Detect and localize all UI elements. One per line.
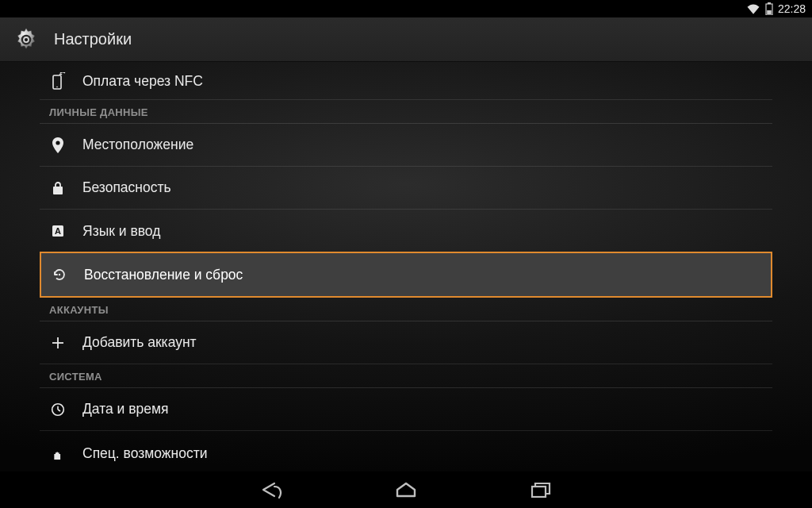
clock-icon <box>49 402 67 417</box>
status-bar: 22:28 <box>0 0 812 17</box>
section-accounts: АККАУНТЫ <box>40 298 772 321</box>
app-header: Настройки <box>0 17 812 62</box>
backup-reset-label: Восстановление и сброс <box>84 267 243 283</box>
svg-rect-9 <box>53 187 63 194</box>
settings-icon <box>13 26 40 53</box>
plus-icon <box>49 336 67 350</box>
location-item[interactable]: Местоположение <box>40 124 772 167</box>
accessibility-label: Спец. возможности <box>82 445 207 462</box>
language-label: Язык и ввод <box>82 223 160 240</box>
svg-line-17 <box>58 410 60 411</box>
add-account-item[interactable]: Добавить аккаунт <box>40 321 772 364</box>
svg-point-7 <box>56 86 58 87</box>
hand-icon <box>49 451 67 462</box>
add-account-label: Добавить аккаунт <box>82 334 197 351</box>
svg-text:A: A <box>55 226 61 236</box>
battery-icon <box>765 2 773 15</box>
header-title: Настройки <box>54 30 132 48</box>
datetime-label: Дата и время <box>82 401 169 418</box>
clock-label: 22:28 <box>778 2 806 15</box>
accessibility-item[interactable]: Спец. возможности <box>40 431 772 460</box>
backup-reset-item[interactable]: Восстановление и сброс <box>40 252 772 298</box>
back-button[interactable] <box>255 474 287 506</box>
recents-button[interactable] <box>525 474 557 506</box>
security-item[interactable]: Безопасность <box>40 167 772 210</box>
section-system: СИСТЕМА <box>40 364 772 388</box>
section-system-label: СИСТЕМА <box>49 371 102 383</box>
svg-point-5 <box>25 37 28 40</box>
section-accounts-label: АККАУНТЫ <box>49 304 109 316</box>
home-button[interactable] <box>390 474 422 506</box>
section-personal-label: ЛИЧНЫЕ ДАННЫЕ <box>49 106 148 118</box>
svg-point-8 <box>56 140 59 144</box>
nfc-icon <box>49 72 67 90</box>
restore-icon <box>51 267 68 283</box>
location-icon <box>49 137 67 153</box>
section-personal: ЛИЧНЫЕ ДАННЫЕ <box>40 100 772 124</box>
navigation-bar <box>0 471 812 508</box>
nfc-pay-label: Оплата через NFC <box>82 71 203 90</box>
lock-icon <box>49 181 67 195</box>
location-label: Местоположение <box>82 137 193 153</box>
svg-rect-18 <box>532 487 546 497</box>
datetime-item[interactable]: Дата и время <box>40 388 772 431</box>
language-item[interactable]: A Язык и ввод <box>40 210 772 252</box>
language-icon: A <box>49 225 67 237</box>
settings-list: Оплата через NFC ЛИЧНЫЕ ДАННЫЕ Местополо… <box>0 62 812 471</box>
svg-rect-2 <box>767 10 772 14</box>
wifi-icon <box>746 3 760 14</box>
security-label: Безопасность <box>82 179 171 196</box>
nfc-pay-item[interactable]: Оплата через NFC <box>40 62 772 100</box>
svg-point-12 <box>59 274 60 275</box>
